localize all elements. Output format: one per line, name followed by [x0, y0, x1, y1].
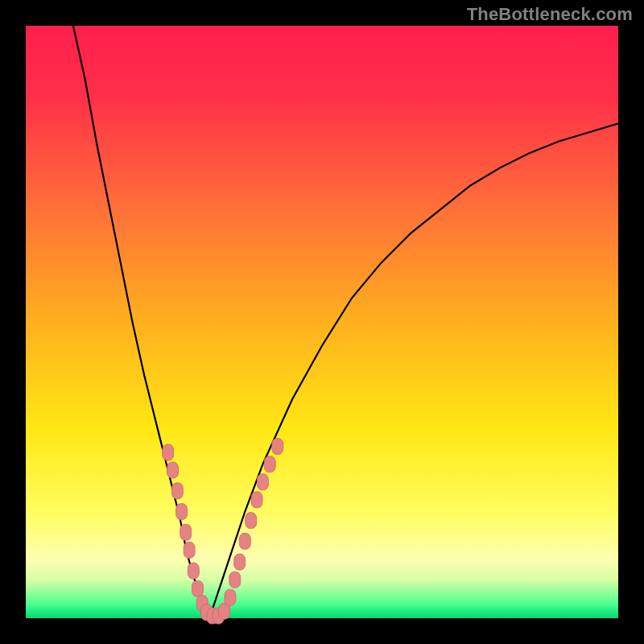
marker-dot [184, 542, 195, 558]
marker-dot [246, 513, 257, 529]
marker-dot [229, 572, 241, 588]
marker-dot [234, 554, 246, 570]
chart-svg [0, 0, 644, 644]
watermark-text: TheBottleneck.com [467, 4, 633, 25]
marker-dot [257, 474, 268, 490]
marker-dot [192, 580, 203, 597]
marker-dot [272, 439, 283, 455]
marker-dot [251, 492, 262, 508]
marker-dot [264, 456, 275, 473]
marker-dot [180, 524, 192, 540]
marker-dot [167, 462, 179, 478]
marker-dot [176, 504, 188, 520]
marker-dot [163, 444, 174, 460]
chart-canvas: TheBottleneck.com [0, 0, 644, 644]
marker-dot [239, 533, 250, 549]
marker-dot [188, 563, 199, 579]
marker-dot [225, 589, 236, 605]
marker-dot [171, 483, 183, 499]
gradient-background [26, 26, 618, 618]
